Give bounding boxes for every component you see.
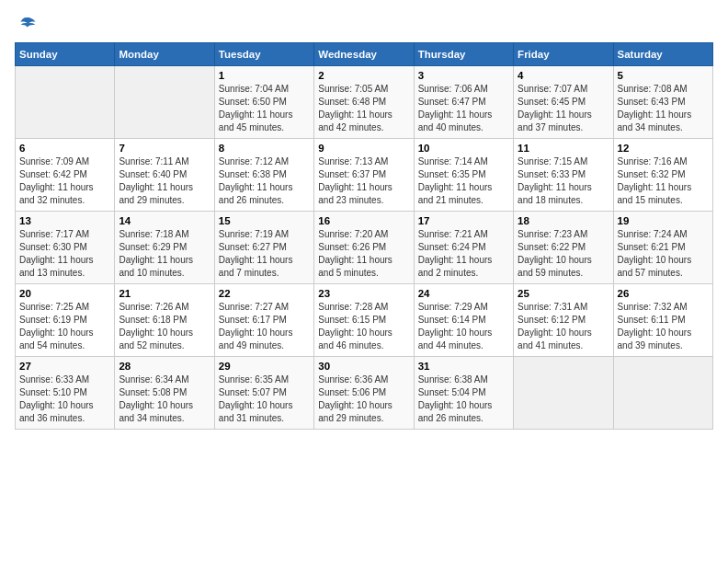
calendar-cell: 21 Sunrise: 7:26 AM Sunset: 6:18 PM Dayl… <box>115 284 214 357</box>
calendar-cell: 11 Sunrise: 7:15 AM Sunset: 6:33 PM Dayl… <box>514 139 613 212</box>
day-info: Sunrise: 7:09 AM Sunset: 6:42 PM Dayligh… <box>19 155 110 207</box>
day-number: 4 <box>518 70 609 81</box>
calendar-cell <box>115 66 214 139</box>
day-info: Sunrise: 7:29 AM Sunset: 6:14 PM Dayligh… <box>418 301 509 352</box>
day-number: 7 <box>119 143 210 154</box>
day-info: Sunrise: 7:21 AM Sunset: 6:24 PM Dayligh… <box>418 228 509 280</box>
day-number: 10 <box>418 143 509 154</box>
day-info: Sunrise: 7:04 AM Sunset: 6:50 PM Dayligh… <box>219 83 310 134</box>
day-number: 11 <box>518 143 609 154</box>
calendar-cell: 29 Sunrise: 6:35 AM Sunset: 5:07 PM Dayl… <box>214 357 313 430</box>
calendar-cell: 28 Sunrise: 6:34 AM Sunset: 5:08 PM Dayl… <box>115 357 214 430</box>
day-number: 27 <box>19 361 110 372</box>
day-number: 17 <box>418 215 509 226</box>
day-info: Sunrise: 7:12 AM Sunset: 6:38 PM Dayligh… <box>219 155 310 207</box>
calendar-cell: 27 Sunrise: 6:33 AM Sunset: 5:10 PM Dayl… <box>16 357 115 430</box>
calendar-table: SundayMondayTuesdayWednesdayThursdayFrid… <box>15 42 713 430</box>
calendar-cell: 14 Sunrise: 7:18 AM Sunset: 6:29 PM Dayl… <box>115 212 214 284</box>
day-info: Sunrise: 7:27 AM Sunset: 6:17 PM Dayligh… <box>219 301 310 352</box>
calendar-header-wednesday: Wednesday <box>314 43 414 66</box>
calendar-cell: 18 Sunrise: 7:23 AM Sunset: 6:22 PM Dayl… <box>514 212 613 284</box>
day-info: Sunrise: 6:36 AM Sunset: 5:06 PM Dayligh… <box>318 373 409 425</box>
calendar-cell: 4 Sunrise: 7:07 AM Sunset: 6:45 PM Dayli… <box>514 66 613 139</box>
calendar-week-row: 6 Sunrise: 7:09 AM Sunset: 6:42 PM Dayli… <box>16 139 713 212</box>
day-info: Sunrise: 7:32 AM Sunset: 6:11 PM Dayligh… <box>618 301 709 352</box>
logo <box>15 15 37 31</box>
day-number: 1 <box>219 70 310 81</box>
calendar-cell <box>613 357 712 430</box>
day-number: 13 <box>19 215 110 226</box>
day-info: Sunrise: 7:13 AM Sunset: 6:37 PM Dayligh… <box>318 155 409 207</box>
day-info: Sunrise: 7:25 AM Sunset: 6:19 PM Dayligh… <box>19 301 110 352</box>
day-info: Sunrise: 7:26 AM Sunset: 6:18 PM Dayligh… <box>119 301 210 352</box>
day-info: Sunrise: 7:19 AM Sunset: 6:27 PM Dayligh… <box>219 228 310 280</box>
calendar-cell: 15 Sunrise: 7:19 AM Sunset: 6:27 PM Dayl… <box>214 212 313 284</box>
day-number: 26 <box>618 288 709 299</box>
day-info: Sunrise: 7:24 AM Sunset: 6:21 PM Dayligh… <box>618 228 709 280</box>
day-info: Sunrise: 6:38 AM Sunset: 5:04 PM Dayligh… <box>418 373 509 425</box>
day-number: 5 <box>618 70 709 81</box>
calendar-header-thursday: Thursday <box>414 43 513 66</box>
calendar-cell: 1 Sunrise: 7:04 AM Sunset: 6:50 PM Dayli… <box>214 66 313 139</box>
day-number: 6 <box>19 143 110 154</box>
page-header <box>15 15 713 31</box>
day-info: Sunrise: 7:07 AM Sunset: 6:45 PM Dayligh… <box>518 83 609 134</box>
calendar-cell: 20 Sunrise: 7:25 AM Sunset: 6:19 PM Dayl… <box>16 284 115 357</box>
calendar-header-saturday: Saturday <box>613 43 712 66</box>
day-info: Sunrise: 7:16 AM Sunset: 6:32 PM Dayligh… <box>618 155 709 207</box>
calendar-header-row: SundayMondayTuesdayWednesdayThursdayFrid… <box>16 43 713 66</box>
day-number: 24 <box>418 288 509 299</box>
day-number: 28 <box>119 361 210 372</box>
day-info: Sunrise: 7:17 AM Sunset: 6:30 PM Dayligh… <box>19 228 110 280</box>
day-info: Sunrise: 6:35 AM Sunset: 5:07 PM Dayligh… <box>219 373 310 425</box>
day-number: 15 <box>219 215 310 226</box>
day-number: 12 <box>618 143 709 154</box>
calendar-cell: 16 Sunrise: 7:20 AM Sunset: 6:26 PM Dayl… <box>314 212 414 284</box>
calendar-header-friday: Friday <box>514 43 613 66</box>
calendar-week-row: 13 Sunrise: 7:17 AM Sunset: 6:30 PM Dayl… <box>16 212 713 284</box>
day-info: Sunrise: 6:34 AM Sunset: 5:08 PM Dayligh… <box>119 373 210 425</box>
calendar-cell: 22 Sunrise: 7:27 AM Sunset: 6:17 PM Dayl… <box>214 284 313 357</box>
calendar-cell: 19 Sunrise: 7:24 AM Sunset: 6:21 PM Dayl… <box>613 212 712 284</box>
day-number: 16 <box>318 215 409 226</box>
day-number: 2 <box>318 70 409 81</box>
day-info: Sunrise: 7:14 AM Sunset: 6:35 PM Dayligh… <box>418 155 509 207</box>
day-info: Sunrise: 7:05 AM Sunset: 6:48 PM Dayligh… <box>318 83 409 134</box>
calendar-cell: 2 Sunrise: 7:05 AM Sunset: 6:48 PM Dayli… <box>314 66 414 139</box>
day-number: 14 <box>119 215 210 226</box>
calendar-week-row: 27 Sunrise: 6:33 AM Sunset: 5:10 PM Dayl… <box>16 357 713 430</box>
calendar-cell <box>514 357 613 430</box>
calendar-cell: 12 Sunrise: 7:16 AM Sunset: 6:32 PM Dayl… <box>613 139 712 212</box>
calendar-cell: 23 Sunrise: 7:28 AM Sunset: 6:15 PM Dayl… <box>314 284 414 357</box>
calendar-cell: 13 Sunrise: 7:17 AM Sunset: 6:30 PM Dayl… <box>16 212 115 284</box>
calendar-cell: 25 Sunrise: 7:31 AM Sunset: 6:12 PM Dayl… <box>514 284 613 357</box>
day-number: 25 <box>518 288 609 299</box>
calendar-cell: 8 Sunrise: 7:12 AM Sunset: 6:38 PM Dayli… <box>214 139 313 212</box>
day-number: 9 <box>318 143 409 154</box>
logo-bird-icon <box>17 15 37 35</box>
day-number: 21 <box>119 288 210 299</box>
calendar-week-row: 1 Sunrise: 7:04 AM Sunset: 6:50 PM Dayli… <box>16 66 713 139</box>
calendar-cell <box>16 66 115 139</box>
day-info: Sunrise: 7:31 AM Sunset: 6:12 PM Dayligh… <box>518 301 609 352</box>
calendar-cell: 30 Sunrise: 6:36 AM Sunset: 5:06 PM Dayl… <box>314 357 414 430</box>
calendar-week-row: 20 Sunrise: 7:25 AM Sunset: 6:19 PM Dayl… <box>16 284 713 357</box>
day-number: 31 <box>418 361 509 372</box>
calendar-cell: 26 Sunrise: 7:32 AM Sunset: 6:11 PM Dayl… <box>613 284 712 357</box>
day-info: Sunrise: 7:11 AM Sunset: 6:40 PM Dayligh… <box>119 155 210 207</box>
day-info: Sunrise: 7:15 AM Sunset: 6:33 PM Dayligh… <box>518 155 609 207</box>
calendar-cell: 3 Sunrise: 7:06 AM Sunset: 6:47 PM Dayli… <box>414 66 513 139</box>
day-info: Sunrise: 7:20 AM Sunset: 6:26 PM Dayligh… <box>318 228 409 280</box>
calendar-header-monday: Monday <box>115 43 214 66</box>
calendar-cell: 6 Sunrise: 7:09 AM Sunset: 6:42 PM Dayli… <box>16 139 115 212</box>
calendar-cell: 10 Sunrise: 7:14 AM Sunset: 6:35 PM Dayl… <box>414 139 513 212</box>
calendar-cell: 17 Sunrise: 7:21 AM Sunset: 6:24 PM Dayl… <box>414 212 513 284</box>
day-number: 30 <box>318 361 409 372</box>
calendar-cell: 7 Sunrise: 7:11 AM Sunset: 6:40 PM Dayli… <box>115 139 214 212</box>
day-info: Sunrise: 7:06 AM Sunset: 6:47 PM Dayligh… <box>418 83 509 134</box>
day-number: 22 <box>219 288 310 299</box>
day-info: Sunrise: 7:08 AM Sunset: 6:43 PM Dayligh… <box>618 83 709 134</box>
calendar-cell: 5 Sunrise: 7:08 AM Sunset: 6:43 PM Dayli… <box>613 66 712 139</box>
day-number: 20 <box>19 288 110 299</box>
day-number: 8 <box>219 143 310 154</box>
